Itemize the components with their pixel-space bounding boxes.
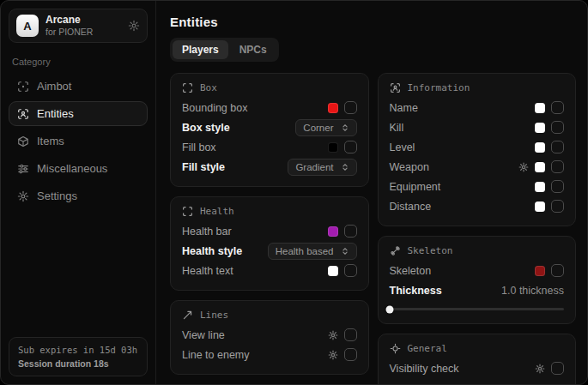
skeleton-card-header: Skeleton — [390, 245, 565, 256]
sidebar-item-label: Items — [37, 135, 64, 147]
color-swatch[interactable] — [328, 226, 338, 237]
setting-label: Distance — [390, 201, 432, 213]
sidebar-item-label: Miscellaneous — [37, 162, 107, 175]
checkbox[interactable] — [551, 362, 564, 375]
setting-row: Level — [390, 137, 565, 157]
unfold-icon — [341, 247, 349, 256]
person-scan-icon — [17, 108, 29, 120]
target-icon — [390, 343, 401, 354]
checkbox[interactable] — [344, 328, 357, 341]
color-swatch[interactable] — [535, 103, 545, 113]
health-card: Health Health bar Health style H — [170, 196, 369, 291]
card-title: Information — [408, 82, 470, 93]
brand-name: Arcane — [45, 14, 93, 27]
tab-npcs[interactable]: NPCs — [230, 40, 276, 59]
sidebar-item-label: Settings — [37, 189, 77, 202]
checkbox[interactable] — [551, 101, 564, 114]
gear-icon[interactable] — [518, 162, 529, 172]
unfold-icon — [341, 123, 349, 132]
checkbox[interactable] — [551, 121, 564, 134]
setting-row: Fill box — [182, 137, 357, 157]
checkbox[interactable] — [344, 101, 357, 114]
sidebar-item-settings[interactable]: Settings — [9, 183, 148, 208]
skeleton-card: Skeleton Skeleton Thickness 1.0 thicknes… — [378, 236, 577, 324]
checkbox[interactable] — [551, 200, 564, 213]
sliders-icon — [17, 163, 29, 175]
information-card-header: Information — [390, 82, 565, 93]
slider-thumb[interactable] — [385, 305, 393, 313]
setting-label: Fill style — [182, 161, 225, 173]
session-duration-text: Session duration 18s — [18, 358, 138, 369]
gear-icon[interactable] — [328, 350, 338, 360]
box-style-dropdown[interactable]: Corner — [295, 119, 356, 136]
color-swatch[interactable] — [328, 103, 338, 113]
checkbox[interactable] — [344, 264, 357, 277]
setting-row: View line — [182, 325, 357, 345]
card-title: Box — [200, 82, 217, 93]
brand-logo: A — [16, 15, 39, 37]
setting-label: View line — [182, 329, 225, 341]
tab-bar: Players NPCs — [170, 38, 279, 62]
gear-icon — [17, 190, 29, 202]
right-column: Information Name Kill — [378, 73, 577, 384]
setting-row: Max distance 500m — [390, 378, 565, 384]
setting-row: Line to enemy — [182, 345, 357, 364]
thickness-value: 1.0 thickness — [501, 285, 564, 297]
gear-icon[interactable] — [328, 330, 338, 340]
health-style-dropdown[interactable]: Health based — [268, 243, 357, 260]
setting-row: Name — [390, 98, 565, 117]
fill-style-dropdown[interactable]: Gradient — [288, 159, 356, 176]
setting-row: Distance — [390, 196, 565, 216]
color-swatch[interactable] — [535, 162, 545, 172]
color-swatch[interactable] — [328, 142, 338, 153]
color-swatch[interactable] — [328, 266, 338, 276]
setting-label: Line to enemy — [182, 349, 250, 361]
setting-row: Skeleton — [390, 261, 565, 280]
box-card: Box Bounding box Box style Corne — [170, 73, 369, 187]
checkbox[interactable] — [551, 264, 564, 277]
setting-label: Name — [390, 102, 418, 114]
color-swatch[interactable] — [535, 142, 545, 153]
page-title: Entities — [170, 15, 576, 29]
card-title: Skeleton — [408, 245, 453, 256]
sidebar-item-miscellaneous[interactable]: Miscellaneous — [9, 156, 148, 181]
setting-label: Bounding box — [182, 102, 247, 114]
setting-row: Bounding box — [182, 98, 357, 117]
brand-subtitle: for PIONER — [45, 27, 93, 38]
tab-players[interactable]: Players — [173, 40, 228, 59]
sidebar-item-aimbot[interactable]: Aimbot — [9, 74, 148, 99]
color-swatch[interactable] — [535, 123, 545, 133]
person-scan-icon — [390, 82, 401, 93]
app-window: A Arcane for PIONER Category Aimbot — [0, 0, 588, 385]
checkbox[interactable] — [551, 141, 564, 153]
setting-row: Box style Corner — [182, 117, 357, 137]
checkbox[interactable] — [344, 348, 357, 361]
setting-label: Box style — [182, 122, 230, 134]
sidebar: A Arcane for PIONER Category Aimbot — [1, 1, 156, 384]
max-distance-value: 500m — [537, 382, 564, 385]
color-swatch[interactable] — [535, 182, 545, 192]
brand-text: Arcane for PIONER — [45, 14, 93, 38]
box-card-header: Box — [182, 82, 357, 93]
checkbox[interactable] — [344, 141, 357, 153]
cards-grid: Box Bounding box Box style Corne — [170, 73, 576, 384]
checkbox[interactable] — [344, 225, 357, 238]
unfold-icon — [341, 163, 349, 171]
gear-icon[interactable] — [535, 364, 545, 374]
color-swatch[interactable] — [535, 202, 545, 212]
thickness-slider[interactable] — [390, 308, 565, 310]
setting-label: Visibility check — [390, 363, 459, 375]
checkbox[interactable] — [551, 160, 564, 173]
setting-label: Health text — [182, 265, 233, 277]
setting-label: Health style — [182, 245, 242, 257]
setting-label: Skeleton — [390, 265, 432, 277]
sidebar-item-items[interactable]: Items — [9, 129, 148, 153]
color-swatch[interactable] — [535, 266, 545, 276]
card-title: Health — [200, 206, 234, 217]
sidebar-item-entities[interactable]: Entities — [9, 101, 148, 126]
setting-row: Health bar — [182, 221, 357, 241]
card-title: General — [408, 343, 447, 354]
gear-icon[interactable] — [128, 20, 140, 32]
sidebar-item-label: Aimbot — [37, 80, 71, 93]
checkbox[interactable] — [551, 180, 564, 193]
